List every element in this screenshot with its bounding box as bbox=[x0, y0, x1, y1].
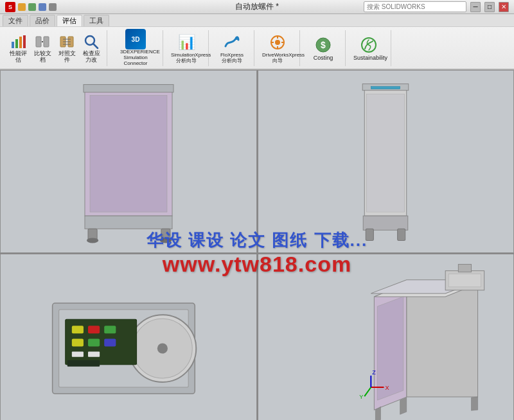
svg-point-27 bbox=[87, 238, 98, 243]
ribbon-btn-sustainability[interactable]: Sustainability bbox=[351, 33, 387, 63]
svg-text:X: X bbox=[385, 385, 389, 391]
svg-rect-48 bbox=[104, 338, 116, 346]
viewport-bottom-right[interactable]: X Y Z • 上下二等角轴测 bbox=[257, 253, 514, 420]
title-icon-4 bbox=[49, 3, 57, 11]
svg-text:Y: Y bbox=[359, 394, 363, 400]
title-right: ─ □ ✕ bbox=[364, 1, 509, 12]
svg-marker-59 bbox=[472, 397, 478, 410]
svg-text:$: $ bbox=[321, 40, 326, 50]
svg-rect-36 bbox=[371, 87, 400, 89]
driveworks-label: DriveWorksXpress向导 bbox=[262, 53, 293, 64]
ribbon-btn-costing[interactable]: $ Costing bbox=[305, 33, 341, 63]
svg-rect-49 bbox=[72, 352, 84, 357]
svg-rect-24 bbox=[85, 216, 172, 229]
floXpress-label: FloXpress分析向导 bbox=[220, 53, 244, 64]
svg-rect-51 bbox=[67, 360, 100, 367]
ribbon-group-evaluate: 性能评估 比较文档 对照文件 bbox=[3, 30, 107, 66]
ribbon-btn-floXpress[interactable]: FloXpress分析向导 bbox=[214, 31, 250, 66]
svg-text:Z: Z bbox=[372, 369, 376, 376]
close-button[interactable]: ✕ bbox=[499, 2, 509, 12]
svg-rect-5 bbox=[44, 37, 49, 47]
svg-point-41 bbox=[157, 343, 168, 353]
svg-marker-58 bbox=[400, 398, 407, 414]
duizhi-label: 对照文件 bbox=[58, 51, 76, 64]
3dexperience-icon: 3D bbox=[125, 29, 146, 49]
svg-rect-44 bbox=[88, 326, 100, 333]
workspace: X Y Z • 上下二等角轴测 华设 课设 论文 图纸 下载... www.yt… bbox=[0, 70, 514, 420]
title-icon-3 bbox=[39, 3, 46, 11]
svg-marker-55 bbox=[377, 297, 403, 400]
viewport-top-right[interactable] bbox=[257, 70, 514, 253]
tab-gongju[interactable]: 工具 bbox=[84, 15, 109, 26]
ribbon-content: 性能评估 比较文档 对照文件 bbox=[0, 27, 514, 69]
svg-rect-35 bbox=[398, 229, 405, 240]
svg-rect-61 bbox=[448, 274, 481, 287]
ribbon-btn-xingnen[interactable]: 性能评估 bbox=[6, 31, 30, 65]
svg-line-10 bbox=[93, 44, 98, 48]
svg-rect-22 bbox=[90, 96, 167, 212]
tab-wenjian[interactable]: 文件 bbox=[3, 15, 28, 26]
tab-pinggu[interactable]: 评估 bbox=[57, 15, 82, 26]
window-title: 自动放螺件 * bbox=[235, 1, 279, 12]
sw-logo: S bbox=[5, 2, 15, 12]
bijiao-icon bbox=[33, 33, 51, 51]
ribbon-group-sim: 📊 SimulationXpress分析向导 bbox=[164, 30, 209, 66]
ribbon-group-items-flo: FloXpress分析向导 bbox=[214, 31, 250, 66]
ribbon-btn-jiancha[interactable]: 检查应力改 bbox=[80, 31, 103, 65]
ribbon-group-3dexp: 3D 3DEXPERIENCESimulationConnector bbox=[109, 30, 163, 66]
svg-point-28 bbox=[160, 238, 172, 243]
ribbon-group-costing: $ Costing bbox=[301, 30, 346, 66]
svg-rect-0 bbox=[12, 42, 14, 48]
ribbon-group-items-3d: 3D 3DEXPERIENCESimulationConnector bbox=[112, 28, 159, 67]
ribbon-group-sustain: Sustainability bbox=[347, 30, 391, 66]
viewport-bottom-left[interactable] bbox=[0, 253, 257, 420]
search-input[interactable] bbox=[364, 1, 466, 12]
floXpress-icon bbox=[222, 32, 242, 53]
3dexperience-label: 3DEXPERIENCESimulationConnector bbox=[120, 49, 151, 66]
minimize-button[interactable]: ─ bbox=[470, 2, 481, 12]
title-bar: S 自动放螺件 * ─ □ ✕ bbox=[0, 0, 514, 14]
ribbon-btn-simulationxpress[interactable]: 📊 SimulationXpress分析向导 bbox=[168, 31, 204, 66]
ribbon-btn-duizhi[interactable]: 对照文件 bbox=[55, 31, 78, 65]
svg-rect-1 bbox=[15, 39, 18, 48]
xingnen-icon bbox=[9, 33, 27, 51]
sustainability-icon bbox=[359, 35, 379, 55]
viewport-divider-vertical bbox=[257, 70, 258, 420]
title-icon-1 bbox=[18, 3, 26, 11]
svg-rect-46 bbox=[72, 338, 84, 346]
svg-rect-62 bbox=[458, 265, 471, 272]
ribbon-group-items-costing: $ Costing bbox=[305, 33, 341, 63]
viewport-top-left[interactable] bbox=[0, 70, 257, 253]
svg-rect-2 bbox=[19, 37, 22, 48]
simulationxpress-label: SimulationXpress分析向导 bbox=[171, 53, 202, 64]
ribbon-group-drive: DriveWorksXpress向导 bbox=[256, 30, 300, 66]
driveworks-icon bbox=[267, 32, 288, 53]
ribbon-group-items-drive: DriveWorksXpress向导 bbox=[260, 31, 296, 66]
duizhi-icon bbox=[58, 33, 76, 51]
ribbon-group-items-sim: 📊 SimulationXpress分析向导 bbox=[168, 31, 204, 66]
costing-label: Costing bbox=[314, 55, 333, 62]
xingnen-label: 性能评估 bbox=[10, 51, 27, 64]
svg-rect-45 bbox=[104, 326, 116, 333]
sustainability-label: Sustainability bbox=[353, 55, 384, 62]
svg-rect-3 bbox=[23, 35, 26, 48]
svg-rect-4 bbox=[36, 37, 41, 47]
ribbon-btn-3dexperience[interactable]: 3D 3DEXPERIENCESimulationConnector bbox=[112, 28, 159, 67]
svg-rect-33 bbox=[363, 216, 408, 230]
jiancha-icon bbox=[82, 33, 100, 51]
tab-pinjie[interactable]: 品价 bbox=[30, 15, 55, 26]
title-icon-2 bbox=[28, 3, 36, 11]
maximize-button[interactable]: □ bbox=[484, 2, 495, 12]
costing-icon: $ bbox=[313, 35, 333, 55]
ribbon-btn-bijiao[interactable]: 比较文档 bbox=[31, 31, 54, 65]
svg-point-12 bbox=[275, 40, 280, 45]
ribbon-group-items-1: 性能评估 比较文档 对照文件 bbox=[6, 31, 103, 65]
ribbon-group-flo: FloXpress分析向导 bbox=[210, 30, 254, 66]
svg-rect-31 bbox=[366, 94, 404, 212]
svg-marker-52 bbox=[407, 284, 478, 397]
ribbon-btn-driveworks[interactable]: DriveWorksXpress向导 bbox=[260, 31, 296, 66]
svg-rect-47 bbox=[88, 338, 100, 346]
svg-rect-23 bbox=[84, 85, 173, 92]
title-left: S bbox=[5, 2, 57, 12]
svg-rect-34 bbox=[366, 229, 373, 240]
